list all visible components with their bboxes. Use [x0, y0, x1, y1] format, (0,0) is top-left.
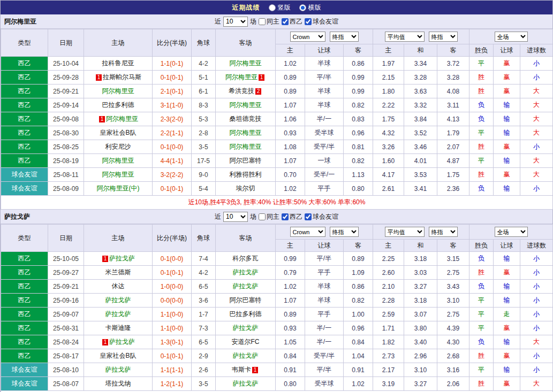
- home-team-cell[interactable]: 1拉斯帕尔马斯: [84, 71, 153, 84]
- match-score[interactable]: 2-3(2-0): [153, 112, 192, 126]
- filter-same-home[interactable]: 同主: [259, 17, 279, 26]
- match-date: 25-09-27: [48, 266, 84, 280]
- match-count-select[interactable]: 10: [223, 212, 248, 222]
- away-team-cell[interactable]: 萨拉戈萨: [216, 321, 276, 335]
- away-team-cell[interactable]: 科尔多瓦: [216, 252, 276, 266]
- away-team-cell[interactable]: 阿尔巴塞特: [216, 154, 276, 168]
- odds-source-select[interactable]: Crown: [290, 227, 325, 237]
- same-home-checkbox[interactable]: [259, 213, 266, 220]
- match-score[interactable]: 1-3(0-1): [153, 335, 192, 349]
- euro-source-select[interactable]: 平均值: [385, 227, 425, 237]
- filter-league[interactable]: 西乙: [282, 17, 302, 26]
- asian-odds-away: 0.91: [344, 363, 373, 377]
- away-team-cell[interactable]: 安道尔FC: [216, 335, 276, 349]
- home-team-cell[interactable]: 米兰德斯: [84, 266, 153, 280]
- goals-result-cell: 大: [520, 98, 553, 112]
- away-team-cell[interactable]: 阿尔梅里亚: [216, 98, 276, 112]
- euro-source-select[interactable]: 平均值: [385, 32, 425, 42]
- match-score[interactable]: 1-1(0-0): [153, 308, 192, 321]
- filter-friendly[interactable]: 球会友谊: [305, 212, 338, 221]
- match-score[interactable]: 1-0(0-0): [153, 280, 192, 294]
- radio-vertical-layout[interactable]: 竖版: [269, 3, 291, 12]
- handicap-result-cell: 输: [494, 252, 520, 266]
- league-checkbox[interactable]: [282, 213, 289, 220]
- home-team-cell[interactable]: 萨拉戈萨: [84, 363, 153, 377]
- home-team-cell[interactable]: 卡斯迪隆: [84, 321, 153, 335]
- same-home-checkbox[interactable]: [259, 18, 266, 25]
- odds-time-select[interactable]: 终指: [330, 227, 359, 237]
- handicap-result-cell: 输: [494, 182, 520, 196]
- filter-same-home[interactable]: 同主: [259, 212, 279, 221]
- match-score[interactable]: 4-4(1-1): [153, 154, 192, 168]
- home-team-cell[interactable]: 萨拉戈萨: [84, 294, 153, 308]
- away-team-cell[interactable]: 韦斯卡1: [216, 363, 276, 377]
- match-score[interactable]: 1-2(1-1): [153, 377, 192, 391]
- match-score[interactable]: 1-1(0-0): [153, 321, 192, 335]
- home-team-cell[interactable]: 1萨拉戈萨: [84, 252, 153, 266]
- result-cell: 负: [469, 335, 494, 349]
- col-corner: 角球: [192, 225, 216, 252]
- away-team-cell[interactable]: 巴拉多利德: [216, 308, 276, 321]
- away-team-cell[interactable]: 阿尔梅里亚: [216, 140, 276, 154]
- home-team-cell[interactable]: 利安尼沙: [84, 140, 153, 154]
- home-team-cell[interactable]: 巴拉多利德: [84, 98, 153, 112]
- euro-time-select[interactable]: 终指: [429, 32, 458, 42]
- home-team-cell[interactable]: 阿尔梅里亚: [84, 84, 153, 98]
- home-team-cell[interactable]: 萨拉戈萨: [84, 308, 153, 321]
- summary-text: 近10场,胜4平3负3, 胜率:40% 让胜率:50% 大率:60% 单率:60…: [1, 196, 553, 210]
- home-team-cell[interactable]: 阿尔梅里亚: [84, 168, 153, 182]
- away-team-cell[interactable]: 萨拉戈萨: [216, 349, 276, 363]
- match-date: 25-09-14: [48, 98, 84, 112]
- filter-friendly[interactable]: 球会友谊: [305, 17, 338, 26]
- match-score[interactable]: 2-1(0-1): [153, 84, 192, 98]
- away-team-cell[interactable]: 阿尔巴塞特: [216, 294, 276, 308]
- match-count-select[interactable]: 10: [223, 17, 248, 27]
- scope-select[interactable]: 全场: [495, 227, 528, 237]
- friendly-checkbox[interactable]: [305, 213, 312, 220]
- goals-result-cell: 小: [520, 280, 553, 294]
- away-team-cell[interactable]: 埃尔切: [216, 182, 276, 196]
- home-team-cell[interactable]: 皇家社会B队: [84, 126, 153, 140]
- handicap-result-cell: 赢: [494, 84, 520, 98]
- match-score[interactable]: 3-1(1-0): [153, 98, 192, 112]
- match-score[interactable]: 0-1(0-0): [153, 140, 192, 154]
- home-team-cell[interactable]: 拉科鲁尼亚: [84, 57, 153, 71]
- home-team-cell[interactable]: 塔拉戈纳: [84, 377, 153, 391]
- home-team-cell[interactable]: 1阿尔梅里亚: [84, 112, 153, 126]
- result-cell: 胜: [469, 140, 494, 154]
- home-team-cell[interactable]: 1萨拉戈萨: [84, 335, 153, 349]
- euro-odds-home: 2.73: [373, 349, 404, 363]
- away-team-cell[interactable]: 阿尔梅里亚: [216, 57, 276, 71]
- home-team-cell[interactable]: 阿尔梅里亚: [84, 154, 153, 168]
- match-score[interactable]: 0-1(0-1): [153, 182, 192, 196]
- away-team-cell[interactable]: 萨拉戈萨: [216, 377, 276, 391]
- away-team-cell[interactable]: 希洪竞技2: [216, 84, 276, 98]
- radio-horizontal-layout[interactable]: 横版: [299, 3, 321, 12]
- match-score[interactable]: 0-1(0-0): [153, 252, 192, 266]
- match-score[interactable]: 2-2(1-1): [153, 126, 192, 140]
- away-team-cell[interactable]: 阿尔梅里亚: [216, 126, 276, 140]
- match-score[interactable]: 0-1(0-1): [153, 266, 192, 280]
- home-team-cell[interactable]: 休达: [84, 280, 153, 294]
- away-team-cell[interactable]: 萨拉戈萨: [216, 280, 276, 294]
- match-score[interactable]: 0-0(0-0): [153, 294, 192, 308]
- league-checkbox[interactable]: [282, 18, 289, 25]
- home-team-cell[interactable]: 皇家社会B队: [84, 349, 153, 363]
- home-team-cell[interactable]: 阿尔梅里亚(中): [84, 182, 153, 196]
- scope-select[interactable]: 全场: [495, 32, 528, 42]
- away-team-cell[interactable]: 萨拉戈萨: [216, 266, 276, 280]
- filter-league[interactable]: 西乙: [282, 212, 302, 221]
- match-score[interactable]: 1-1(1-1): [153, 363, 192, 377]
- match-score[interactable]: 1-1(0-1): [153, 57, 192, 71]
- match-score[interactable]: 3-2(2-2): [153, 168, 192, 182]
- col-eu-home: 主: [373, 44, 404, 57]
- odds-source-select[interactable]: Crown: [290, 32, 325, 42]
- match-score[interactable]: 0-1(0-1): [153, 71, 192, 84]
- away-team-cell[interactable]: 阿尔梅里亚1: [216, 71, 276, 84]
- friendly-checkbox[interactable]: [305, 18, 312, 25]
- match-score[interactable]: 0-1(0-1): [153, 349, 192, 363]
- away-team-cell[interactable]: 利雅得胜利: [216, 168, 276, 182]
- away-team-cell[interactable]: 桑坦德竞技: [216, 112, 276, 126]
- euro-time-select[interactable]: 终指: [429, 227, 458, 237]
- odds-time-select[interactable]: 终指: [330, 32, 359, 42]
